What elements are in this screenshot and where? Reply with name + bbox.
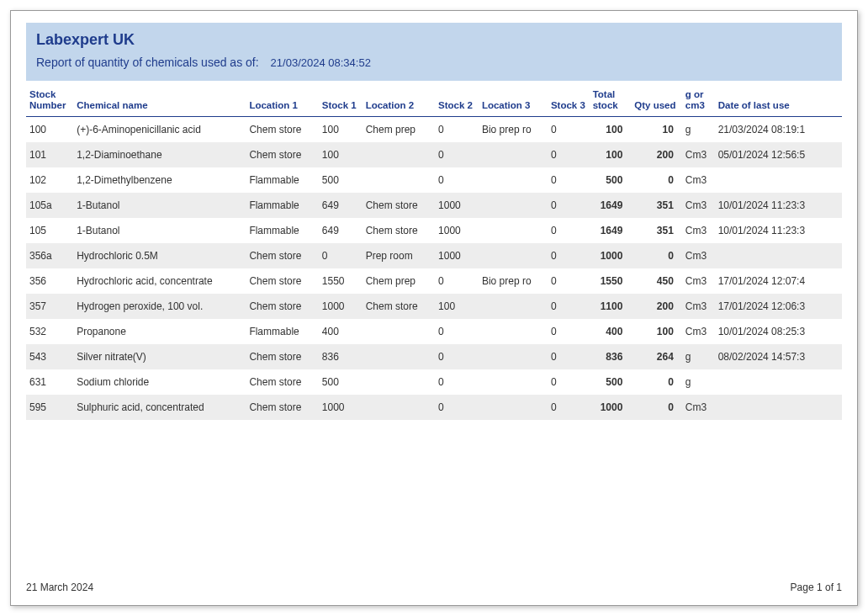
cell-stk3: 0	[548, 193, 590, 218]
report-subtitle-row: Report of quantity of chemicals used as …	[36, 56, 832, 69]
cell-stk3: 0	[548, 167, 590, 193]
col-location1: Location 1	[246, 86, 318, 117]
footer-date: 21 March 2024	[26, 581, 93, 593]
cell-stocknum: 102	[26, 167, 73, 193]
cell-stk2: 0	[435, 117, 479, 143]
cell-total: 400	[590, 319, 632, 344]
cell-stk3: 0	[548, 117, 590, 143]
cell-total: 1649	[590, 218, 632, 243]
col-location2: Location 2	[363, 86, 435, 117]
cell-loc3	[479, 167, 548, 193]
cell-date: 10/01/2024 11:23:3	[715, 218, 842, 243]
cell-loc1: Chem store	[246, 395, 318, 420]
cell-loc3	[479, 344, 548, 369]
cell-date	[715, 167, 842, 193]
cell-total: 500	[590, 167, 632, 193]
cell-loc1: Chem store	[246, 268, 318, 294]
cell-loc3: Bio prep ro	[479, 117, 548, 143]
cell-date: 17/01/2024 12:06:3	[715, 294, 842, 319]
cell-name: Sulphuric acid, concentrated	[73, 395, 246, 420]
cell-stk2: 0	[435, 268, 479, 294]
cell-date: 17/01/2024 12:07:4	[715, 268, 842, 294]
cell-stk3: 0	[548, 395, 590, 420]
chemicals-table: Stock Number Chemical name Location 1 St…	[26, 86, 842, 420]
cell-qty: 0	[631, 369, 681, 395]
table-row: 1011,2-DiaminoethaneChem store1000010020…	[26, 142, 842, 167]
cell-date	[715, 243, 842, 268]
table-row: 532PropanoneFlammable40000400100Cm310/01…	[26, 319, 842, 344]
cell-total: 1000	[590, 243, 632, 268]
cell-loc2	[363, 395, 435, 420]
cell-unit: Cm3	[682, 243, 715, 268]
cell-total: 100	[590, 117, 632, 143]
table-row: 105a1-ButanolFlammable649Chem store10000…	[26, 193, 842, 218]
cell-stk1: 836	[319, 344, 363, 369]
cell-stk3: 0	[548, 268, 590, 294]
cell-loc1: Chem store	[246, 369, 318, 395]
table-row: 631Sodium chlorideChem store500005000g	[26, 369, 842, 395]
cell-stk3: 0	[548, 294, 590, 319]
cell-unit: Cm3	[682, 167, 715, 193]
report-asof-timestamp: 21/03/2024 08:34:52	[271, 56, 371, 69]
cell-stk1: 1000	[319, 395, 363, 420]
cell-stocknum: 356	[26, 268, 73, 294]
cell-stk3: 0	[548, 344, 590, 369]
cell-qty: 10	[631, 117, 681, 143]
cell-stocknum: 100	[26, 117, 73, 143]
cell-stk2: 1000	[435, 193, 479, 218]
cell-qty: 351	[631, 193, 681, 218]
cell-total: 500	[590, 369, 632, 395]
cell-loc2: Prep room	[363, 243, 435, 268]
cell-stk2: 100	[435, 294, 479, 319]
cell-unit: Cm3	[682, 142, 715, 167]
cell-date	[715, 395, 842, 420]
table-body: 100(+)-6-Aminopenicillanic acidChem stor…	[26, 117, 842, 421]
cell-date: 10/01/2024 08:25:3	[715, 319, 842, 344]
cell-loc3	[479, 193, 548, 218]
report-subtitle: Report of quantity of chemicals used as …	[36, 56, 259, 69]
cell-stk1: 649	[319, 193, 363, 218]
cell-stocknum: 532	[26, 319, 73, 344]
cell-stocknum: 105a	[26, 193, 73, 218]
cell-loc1: Flammable	[246, 218, 318, 243]
cell-stk1: 100	[319, 142, 363, 167]
cell-unit: Cm3	[682, 268, 715, 294]
col-stock1: Stock 1	[319, 86, 363, 117]
cell-stk1: 1550	[319, 268, 363, 294]
col-stock2: Stock 2	[435, 86, 479, 117]
cell-loc3	[479, 142, 548, 167]
cell-stk1: 0	[319, 243, 363, 268]
cell-loc1: Chem store	[246, 117, 318, 143]
cell-unit: Cm3	[682, 319, 715, 344]
cell-stk1: 400	[319, 319, 363, 344]
table-row: 595Sulphuric acid, concentratedChem stor…	[26, 395, 842, 420]
cell-qty: 264	[631, 344, 681, 369]
cell-qty: 200	[631, 294, 681, 319]
cell-unit: Cm3	[682, 395, 715, 420]
table-row: 1021,2-DimethylbenzeneFlammable500005000…	[26, 167, 842, 193]
cell-loc3	[479, 218, 548, 243]
cell-loc2: Chem store	[363, 294, 435, 319]
cell-stk2: 0	[435, 142, 479, 167]
cell-qty: 100	[631, 319, 681, 344]
cell-loc1: Flammable	[246, 319, 318, 344]
cell-loc2: Chem prep	[363, 268, 435, 294]
col-last-use: Date of last use	[715, 86, 842, 117]
col-location3: Location 3	[479, 86, 548, 117]
cell-loc2	[363, 369, 435, 395]
cell-name: Hydrochloric 0.5M	[73, 243, 246, 268]
cell-unit: g	[682, 117, 715, 143]
report-page: Labexpert UK Report of quantity of chemi…	[10, 10, 858, 606]
cell-loc2: Chem store	[363, 218, 435, 243]
cell-loc3: Bio prep ro	[479, 268, 548, 294]
cell-loc2	[363, 319, 435, 344]
cell-stk2: 1000	[435, 218, 479, 243]
cell-date: 08/02/2024 14:57:3	[715, 344, 842, 369]
cell-name: Sodium chloride	[73, 369, 246, 395]
cell-date: 05/01/2024 12:56:5	[715, 142, 842, 167]
cell-name: (+)-6-Aminopenicillanic acid	[73, 117, 246, 143]
table-row: 356Hydrochloric acid, concentrateChem st…	[26, 268, 842, 294]
cell-qty: 0	[631, 167, 681, 193]
cell-loc1: Flammable	[246, 167, 318, 193]
cell-total: 100	[590, 142, 632, 167]
